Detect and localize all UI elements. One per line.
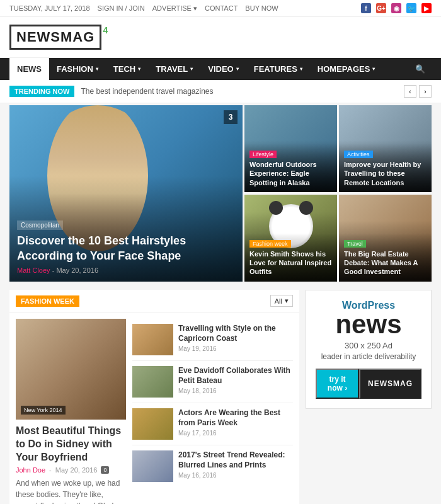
hero-card-3-title: Kevin Smith Shows his Love for Natural I… (249, 249, 332, 277)
ad-try-button[interactable]: try it now › (316, 369, 359, 399)
buynow-link[interactable]: BUY NOW (245, 4, 278, 13)
logo[interactable]: NEWSMAG 4 (9, 25, 101, 50)
top-bar: TUESDAY, JULY 17, 2018 SIGN IN / JOIN AD… (0, 0, 441, 17)
nav-item-features[interactable]: FEATURES ▾ (246, 58, 310, 80)
fashion-list-text-1: Travelling with Style on the Capricorn C… (178, 324, 293, 355)
fashion-week-section: FASHION WEEK All ▾ New York 2014 Most Be… (9, 290, 299, 504)
hero-main-card[interactable]: 3 Cosmopolitan Discover the 10 Best Hair… (9, 105, 243, 282)
fashion-list-image-1 (132, 324, 173, 355)
hero-meta: Matt Cloey - May 20, 2016 (17, 266, 235, 274)
nav-item-news[interactable]: NEWS (9, 58, 49, 80)
hero-author: Matt Cloey (17, 266, 50, 274)
hero-card-3-overlay: Fashion week Kevin Smith Shows his Love … (244, 233, 337, 282)
trending-prev-button[interactable]: ‹ (404, 85, 416, 98)
instagram-icon[interactable]: ◉ (391, 3, 401, 13)
hero-card-4-title: The Big Real Estate Debate: What Makes A… (344, 249, 427, 277)
logo-bar: NEWSMAG 4 (0, 17, 441, 58)
fashion-main-image[interactable]: New York 2014 (16, 319, 126, 420)
hero-card-1-tag: Lifestyle (249, 151, 277, 158)
ad-news: news (316, 311, 421, 338)
content-main: FASHION WEEK All ▾ New York 2014 Most Be… (9, 290, 299, 504)
nav-item-fashion[interactable]: FASHION ▾ (49, 58, 106, 80)
fashion-list-item-4[interactable]: 2017's Street Trend Revealed: Blurred Li… (132, 445, 293, 487)
fashion-list-image-3 (132, 408, 173, 440)
youtube-icon[interactable]: ▶ (421, 3, 432, 13)
hero-number: 3 (224, 110, 238, 124)
fashion-list-item-2[interactable]: Eve Davidoff Collaborates With Petit Bat… (132, 361, 293, 403)
hero-card-1-title: Wonderful Outdoors Experience: Eagle Spo… (249, 160, 332, 187)
fashion-list-item-3[interactable]: Actors Are Wearing the Best from Paris W… (132, 403, 293, 445)
ad-size: 300 x 250 Ad (316, 341, 421, 350)
fashion-author: John Doe (16, 466, 45, 474)
fashion-list-text-3: Actors Are Wearing the Best from Paris W… (178, 408, 293, 440)
fashion-list-item-1[interactable]: Travelling with Style on the Capricorn C… (132, 319, 293, 361)
date: TUESDAY, JULY 17, 2018 (9, 4, 90, 13)
trending-bar: TRENDING NOW The best independent travel… (0, 80, 441, 103)
content-sidebar: WordPress news 300 x 250 Ad leader in ar… (306, 290, 432, 504)
hero-card-2[interactable]: Activities Improve your Health by Travel… (339, 105, 432, 192)
fashion-img-tag: New York 2014 (21, 406, 66, 415)
main-nav: NEWS FASHION ▾ TECH ▾ TRAVEL ▾ VIDEO ▾ F… (0, 58, 441, 80)
fashion-content: New York 2014 Most Beautiful Things to D… (9, 312, 299, 504)
content-row: FASHION WEEK All ▾ New York 2014 Most Be… (0, 284, 441, 504)
signin-link[interactable]: SIGN IN / JOIN (98, 4, 145, 13)
fashion-main-title: Most Beautiful Things to Do in Sidney wi… (16, 425, 126, 464)
hero-card-3[interactable]: Fashion week Kevin Smith Shows his Love … (244, 195, 337, 282)
fashion-week-label: FASHION WEEK (16, 295, 79, 307)
fashion-list-text-4: 2017's Street Trend Revealed: Blurred Li… (178, 450, 293, 482)
social-icons: f G+ ◉ 🐦 ▶ (361, 3, 432, 13)
hero-card-4-tag: Travel (344, 240, 366, 248)
fashion-meta: John Doe - May 20, 2016 0 (16, 466, 126, 474)
fashion-right: Travelling with Style on the Capricorn C… (132, 319, 293, 504)
search-icon[interactable]: 🔍 (409, 58, 432, 80)
fashion-text: Most Beautiful Things to Do in Sidney wi… (16, 425, 126, 504)
hero-overlay: Cosmopolitan Discover the 10 Best Hairst… (9, 212, 243, 282)
hero-card-1-overlay: Lifestyle Wonderful Outdoors Experience:… (244, 144, 337, 192)
fashion-comment-count: 0 (101, 466, 109, 474)
hero-tag: Cosmopolitan (17, 220, 63, 230)
trending-text: The best independent travel magazines (81, 87, 398, 96)
filter-chevron-icon: ▾ (285, 297, 289, 305)
fashion-list-image-2 (132, 366, 173, 398)
trending-next-button[interactable]: › (419, 85, 432, 98)
ad-brand-button[interactable]: NEWSMAG (359, 369, 421, 399)
fashion-list-text-2: Eve Davidoff Collaborates With Petit Bat… (178, 366, 293, 398)
advertise-link[interactable]: ADVERTISE ▾ (152, 4, 197, 13)
twitter-icon[interactable]: 🐦 (406, 3, 416, 13)
fashion-date: May 20, 2016 (55, 466, 98, 474)
hero-section: 3 Cosmopolitan Discover the 10 Best Hair… (0, 103, 441, 284)
fashion-list-image-4 (132, 450, 173, 482)
ad-desc: leader in article deliverability (316, 352, 421, 361)
section-header: FASHION WEEK All ▾ (9, 290, 299, 312)
hero-card-2-title: Improve your Health by Travelling to the… (344, 160, 427, 187)
hero-card-3-tag: Fashion week (249, 240, 291, 248)
nav-item-tech[interactable]: TECH ▾ (106, 58, 148, 80)
hero-card-2-tag: Activities (344, 151, 373, 158)
hero-card-4[interactable]: Travel The Big Real Estate Debate: What … (339, 195, 432, 282)
ad-box: WordPress news 300 x 250 Ad leader in ar… (306, 290, 432, 409)
hero-card-1[interactable]: Lifestyle Wonderful Outdoors Experience:… (244, 105, 337, 192)
trending-label: TRENDING NOW (9, 86, 74, 97)
hero-card-4-overlay: Travel The Big Real Estate Debate: What … (339, 233, 432, 282)
hero-title: Discover the 10 Best Hairstyles Accordin… (17, 234, 235, 263)
top-bar-left: TUESDAY, JULY 17, 2018 SIGN IN / JOIN AD… (9, 4, 278, 13)
googleplus-icon[interactable]: G+ (376, 3, 386, 13)
trending-nav: ‹ › (404, 85, 432, 98)
contact-link[interactable]: CONTACT (205, 4, 238, 13)
hero-side-grid: Lifestyle Wonderful Outdoors Experience:… (244, 105, 432, 282)
facebook-icon[interactable]: f (361, 3, 371, 13)
fashion-excerpt: And when we woke up, we had these bodies… (16, 478, 126, 504)
nav-item-travel[interactable]: TRAVEL ▾ (148, 58, 200, 80)
nav-item-video[interactable]: VIDEO ▾ (200, 58, 246, 80)
section-filter[interactable]: All ▾ (270, 295, 293, 307)
hero-date: May 20, 2016 (56, 266, 98, 274)
ad-button: try it now › NEWSMAG (316, 369, 421, 399)
nav-items: NEWS FASHION ▾ TECH ▾ TRAVEL ▾ VIDEO ▾ F… (9, 58, 382, 80)
fashion-left: New York 2014 Most Beautiful Things to D… (16, 319, 126, 504)
nav-item-homepages[interactable]: HOMEPAGES ▾ (310, 58, 383, 80)
hero-card-2-overlay: Activities Improve your Health by Travel… (339, 144, 432, 192)
